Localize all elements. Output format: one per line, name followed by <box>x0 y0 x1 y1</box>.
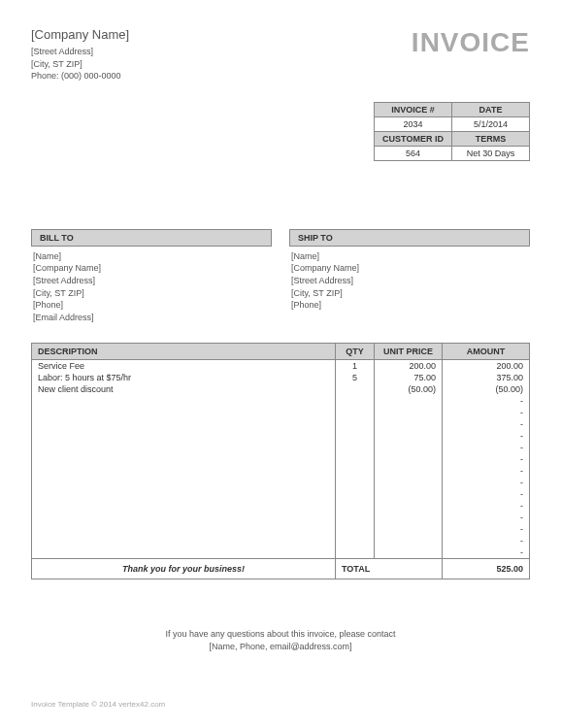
company-phone: Phone: (000) 000-0000 <box>31 70 129 83</box>
item-amount: 375.00 <box>443 372 530 383</box>
item-unit <box>375 535 443 546</box>
item-qty: 5 <box>336 372 375 383</box>
item-desc: New client discount <box>32 383 336 395</box>
ship-to-name: [Name] <box>289 250 530 263</box>
item-amount: - <box>443 523 530 535</box>
qty-header: QTY <box>336 344 375 360</box>
table-row: - <box>32 442 530 453</box>
item-qty <box>336 418 375 430</box>
item-desc <box>32 500 336 512</box>
table-row: - <box>32 418 530 430</box>
table-row: - <box>32 407 530 418</box>
item-qty <box>336 395 375 407</box>
item-desc <box>32 488 336 500</box>
item-desc <box>32 535 336 546</box>
item-desc: Labor: 5 hours at $75/hr <box>32 372 336 383</box>
item-qty <box>336 477 375 488</box>
table-row: - <box>32 395 530 407</box>
item-amount: - <box>443 477 530 488</box>
item-qty <box>336 430 375 442</box>
item-unit <box>375 488 443 500</box>
bill-to-phone: [Phone] <box>31 299 272 312</box>
table-row: - <box>32 535 530 546</box>
item-qty <box>336 488 375 500</box>
table-row: - <box>32 523 530 535</box>
item-amount: - <box>443 465 530 477</box>
desc-header: DESCRIPTION <box>32 344 336 360</box>
thank-you: Thank you for your business! <box>32 559 336 579</box>
customer-id: 564 <box>375 146 452 160</box>
table-row: - <box>32 500 530 512</box>
date-label: DATE <box>452 102 530 116</box>
ship-to-header: SHIP TO <box>289 229 530 247</box>
item-qty: 1 <box>336 360 375 373</box>
item-desc <box>32 407 336 418</box>
bill-to-company: [Company Name] <box>31 262 272 275</box>
item-amount: - <box>443 512 530 523</box>
item-amount: - <box>443 453 530 465</box>
item-qty <box>336 512 375 523</box>
bill-to-header: BILL TO <box>31 229 272 247</box>
footer-contact-1: If you have any questions about this inv… <box>31 628 530 641</box>
addresses: BILL TO [Name] [Company Name] [Street Ad… <box>31 229 530 324</box>
item-desc <box>32 453 336 465</box>
bill-to-email: [Email Address] <box>31 312 272 324</box>
customer-id-label: CUSTOMER ID <box>375 131 452 146</box>
terms: Net 30 Days <box>452 146 530 160</box>
bill-to-block: BILL TO [Name] [Company Name] [Street Ad… <box>31 229 272 324</box>
table-row: - <box>32 512 530 523</box>
item-amount: 200.00 <box>443 360 530 373</box>
item-amount: (50.00) <box>443 383 530 395</box>
item-unit <box>375 512 443 523</box>
item-desc <box>32 477 336 488</box>
amount-header: AMOUNT <box>443 344 530 360</box>
item-desc <box>32 395 336 407</box>
item-amount: - <box>443 535 530 546</box>
item-amount: - <box>443 407 530 418</box>
item-qty <box>336 407 375 418</box>
item-amount: - <box>443 546 530 559</box>
item-unit <box>375 523 443 535</box>
item-unit <box>375 442 443 453</box>
item-unit <box>375 430 443 442</box>
item-desc <box>32 418 336 430</box>
item-desc <box>32 430 336 442</box>
total-amount: 525.00 <box>443 559 530 579</box>
item-desc <box>32 465 336 477</box>
item-qty <box>336 500 375 512</box>
unit-header: UNIT PRICE <box>375 344 443 360</box>
invoice-no-label: INVOICE # <box>375 102 452 116</box>
copyright: Invoice Template © 2014 vertex42.com <box>31 700 165 709</box>
bill-to-name: [Name] <box>31 250 272 263</box>
company-street: [Street Address] <box>31 46 129 58</box>
company-name: [Company Name] <box>31 27 129 42</box>
company-city: [City, ST ZIP] <box>31 58 129 71</box>
table-row: Labor: 5 hours at $75/hr575.00375.00 <box>32 372 530 383</box>
item-qty <box>336 465 375 477</box>
company-block: [Company Name] [Street Address] [City, S… <box>31 27 129 83</box>
item-qty <box>336 523 375 535</box>
table-row: New client discount(50.00)(50.00) <box>32 383 530 395</box>
item-unit <box>375 407 443 418</box>
item-amount: - <box>443 430 530 442</box>
item-desc <box>32 523 336 535</box>
item-unit <box>375 395 443 407</box>
item-amount: - <box>443 488 530 500</box>
header: [Company Name] [Street Address] [City, S… <box>31 27 530 83</box>
item-unit <box>375 500 443 512</box>
item-qty <box>336 453 375 465</box>
item-qty <box>336 383 375 395</box>
invoice-title: INVOICE <box>412 27 530 58</box>
item-desc: Service Fee <box>32 360 336 373</box>
ship-to-company: [Company Name] <box>289 262 530 275</box>
table-row: - <box>32 477 530 488</box>
invoice-no: 2034 <box>375 116 452 131</box>
table-row: - <box>32 430 530 442</box>
ship-to-city: [City, ST ZIP] <box>289 287 530 300</box>
item-unit <box>375 477 443 488</box>
table-row: - <box>32 546 530 559</box>
item-qty <box>336 546 375 559</box>
table-row: - <box>32 488 530 500</box>
item-unit: 75.00 <box>375 372 443 383</box>
item-unit: 200.00 <box>375 360 443 373</box>
